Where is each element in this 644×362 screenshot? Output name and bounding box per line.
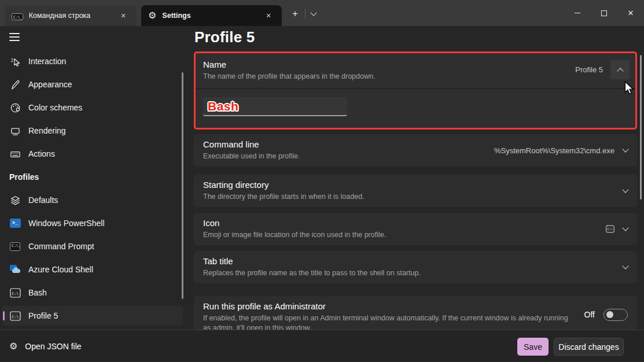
setting-card-tab-title[interactable]: Tab title Replaces the profile name as t…	[194, 251, 637, 283]
terminal-outline-icon: C:\	[9, 287, 21, 298]
maximize-icon	[601, 10, 607, 16]
command-prompt-icon: C:\.	[9, 241, 21, 252]
chevron-down-icon	[622, 263, 628, 269]
admin-toggle[interactable]	[603, 309, 628, 321]
collapse-button[interactable]	[610, 60, 630, 79]
card-divider	[196, 88, 635, 89]
svg-text:C:\: C:\	[608, 227, 613, 231]
sidebar-item-command-prompt[interactable]: C:\. Command Prompt	[0, 235, 191, 258]
sidebar-item-label: Azure Cloud Shell	[28, 265, 93, 274]
sidebar-item-rendering[interactable]: Rendering	[0, 119, 191, 142]
chevron-down-icon	[310, 9, 317, 16]
chevron-down-icon	[622, 146, 628, 152]
sidebar-item-label: Color schemes	[28, 103, 82, 112]
tab-close-icon[interactable]: ✕	[261, 9, 276, 23]
powershell-icon: >_	[9, 217, 21, 229]
terminal-outline-icon: C:\	[606, 225, 614, 233]
sidebar-item-appearance[interactable]: Appearance	[0, 73, 191, 96]
setting-value: Profile 5	[575, 65, 603, 74]
close-button[interactable]: ✕	[617, 0, 644, 26]
rendering-icon	[9, 125, 21, 136]
chevron-down-icon	[622, 224, 628, 231]
toggle-knob	[606, 311, 613, 318]
setting-description: Replaces the profile name as the title t…	[203, 269, 628, 277]
selected-accent-indicator	[3, 311, 5, 320]
svg-text:C:\: C:\	[12, 291, 19, 295]
setting-value: %SystemRoot%\System32\cmd.exe	[494, 146, 614, 155]
tab-settings[interactable]: ⚙ Settings ✕	[141, 5, 282, 26]
sidebar-item-label: Command Prompt	[28, 242, 94, 251]
setting-label: Run this profile as Administrator	[203, 301, 628, 311]
cmd-window-icon: C:\_	[12, 11, 23, 20]
sidebar-item-bash[interactable]: C:\ Bash	[0, 281, 191, 304]
defaults-icon	[9, 194, 21, 206]
setting-card-name: Name The name of the profile that appear…	[194, 51, 637, 130]
sidebar-item-label: Bash	[28, 288, 47, 297]
titlebar: C:\_ Командная строка ✕ ⚙ Settings ✕ + ✕	[0, 0, 644, 26]
tab-dropdown-button[interactable]	[306, 7, 321, 21]
gear-icon: ⚙	[9, 342, 17, 351]
setting-label: Starting directory	[203, 180, 628, 190]
open-json-file-button[interactable]: ⚙ Open JSON file	[9, 330, 82, 362]
setting-description: Emoji or image file location of the icon…	[203, 231, 628, 239]
sidebar-item-color-schemes[interactable]: Color schemes	[0, 96, 191, 119]
sidebar-item-profile-5[interactable]: C:\ Profile 5	[2, 306, 183, 326]
setting-label: Name	[203, 60, 628, 69]
discard-changes-button[interactable]: Discard changes	[554, 338, 624, 356]
new-tab-button[interactable]: +	[288, 7, 303, 21]
sidebar-scrollbar[interactable]	[182, 72, 183, 299]
content-scrollbar[interactable]	[640, 55, 642, 200]
footer-bar: ⚙ Open JSON file Save Discard changes	[0, 330, 644, 362]
sidebar-item-label: Rendering	[28, 126, 66, 135]
gear-icon: ⚙	[148, 11, 156, 20]
chevron-up-icon	[617, 68, 623, 74]
name-input-value: Bash	[208, 99, 238, 113]
sidebar-item-label: Profile 5	[28, 311, 58, 320]
tab-label: Командная строка	[29, 12, 116, 20]
sidebar-item-label: Defaults	[28, 195, 58, 205]
toggle-state-label: Off	[584, 310, 595, 319]
name-input[interactable]: Bash	[203, 97, 347, 116]
svg-text:C:\: C:\	[12, 314, 19, 319]
setting-description: The directory the profile starts in when…	[203, 193, 628, 201]
interaction-icon	[9, 56, 21, 67]
setting-card-icon[interactable]: Icon Emoji or image file location of the…	[194, 213, 637, 245]
tab-command-prompt[interactable]: C:\_ Командная строка ✕	[5, 5, 137, 26]
minimize-button[interactable]	[564, 0, 591, 26]
save-button[interactable]: Save	[517, 338, 549, 356]
setting-card-starting-directory[interactable]: Starting directory The directory the pro…	[194, 175, 637, 207]
sidebar-item-label: Appearance	[28, 80, 72, 89]
setting-description: The name of the profile that appears in …	[203, 72, 628, 80]
setting-label: Icon	[203, 218, 628, 228]
mouse-cursor-icon	[623, 81, 635, 95]
terminal-outline-icon: C:\	[9, 310, 21, 322]
tab-label: Settings	[162, 12, 261, 20]
setting-description: If enabled, the profile will open in an …	[203, 313, 569, 330]
tab-close-icon[interactable]: ✕	[116, 9, 131, 23]
titlebar-separator	[305, 9, 306, 19]
chevron-down-icon	[622, 186, 628, 193]
sidebar-item-interaction[interactable]: Interaction	[0, 50, 191, 73]
setting-label: Tab title	[203, 256, 628, 266]
settings-sidebar: Interaction Appearance Color schemes Ren…	[0, 26, 191, 330]
minimize-icon	[575, 13, 580, 13]
maximize-button[interactable]	[591, 0, 617, 26]
sidebar-item-azure-cloud-shell[interactable]: Azure Cloud Shell	[0, 258, 191, 281]
sidebar-item-windows-powershell[interactable]: >_ Windows PowerShell	[0, 212, 191, 235]
sidebar-item-label: Windows PowerShell	[28, 219, 105, 228]
azure-cloud-icon	[9, 264, 21, 275]
page-title: Profile 5	[194, 28, 255, 46]
color-schemes-icon	[9, 102, 21, 113]
hamburger-menu-icon[interactable]	[9, 33, 20, 41]
sidebar-item-defaults[interactable]: Defaults	[0, 189, 191, 212]
sidebar-item-label: Interaction	[28, 57, 66, 66]
sidebar-item-actions[interactable]: Actions	[0, 142, 191, 165]
setting-card-command-line[interactable]: Command line Executable used in the prof…	[194, 134, 637, 167]
settings-content: Profile 5 Name The name of the profile t…	[191, 26, 644, 330]
sidebar-item-label: Actions	[28, 149, 55, 158]
setting-card-run-as-administrator: Run this profile as Administrator If ena…	[194, 296, 637, 330]
open-json-file-label: Open JSON file	[25, 342, 81, 351]
actions-icon	[9, 148, 21, 160]
name-card-header[interactable]: Name The name of the profile that appear…	[196, 53, 635, 88]
profiles-section-header: Profiles	[0, 165, 191, 189]
